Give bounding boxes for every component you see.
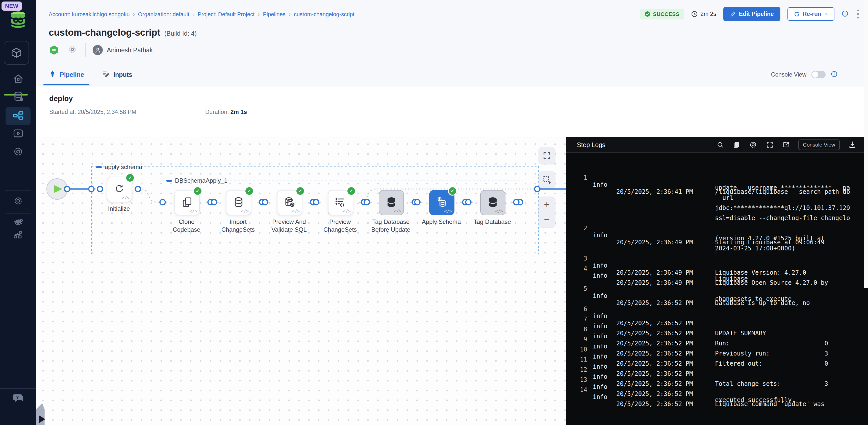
canvas-fullscreen-button[interactable] <box>538 147 555 164</box>
breadcrumb-item[interactable]: custom-changelog-script <box>294 11 354 18</box>
stage-summary: deploy Started at: 20/5/2025, 2:34:58 PM… <box>36 86 868 137</box>
log-line: 2 info 20/5/2025, 2:36:49 PMStarting Liq… <box>566 225 864 235</box>
collapse-group-icon[interactable] <box>166 180 172 182</box>
step-group-label: apply schema <box>96 164 142 171</box>
log-line: Liquibase <box>566 275 864 285</box>
tab-pipeline[interactable]: Pipeline <box>49 64 84 85</box>
account-settings-icon <box>13 196 23 207</box>
step-label: Tag DatabaseBefore Update <box>363 218 418 233</box>
log-line: update --username ************** --pa <box>566 184 864 194</box>
collapse-group-icon[interactable] <box>96 166 102 168</box>
stage-duration: Duration: 2m 1s <box>205 109 247 115</box>
sync-icon <box>114 183 125 196</box>
rerun-button[interactable]: Re-run <box>787 7 834 21</box>
log-console-view-button[interactable]: Console View <box>798 140 840 150</box>
pipeline-graph-canvas[interactable]: apply schema DBSchemaApply_1 </> ✓Initia… <box>36 137 566 425</box>
log-message: (version 4.27.0 #1525 built at <box>715 235 824 242</box>
edit-pipeline-button[interactable]: Edit Pipeline <box>723 7 780 21</box>
fullscreen-icon[interactable] <box>766 141 774 148</box>
zoom-in-button[interactable]: + <box>538 197 555 212</box>
log-message: ssl=disable --changelog-file changelo <box>715 215 850 222</box>
sidebar-item-home[interactable] <box>0 70 36 88</box>
external-link-icon[interactable] <box>782 141 790 148</box>
search-icon[interactable] <box>716 141 724 148</box>
code-icon: </> <box>444 209 452 214</box>
zoom-out-button[interactable]: − <box>538 212 555 227</box>
sidebar-item-project-settings[interactable] <box>0 143 36 161</box>
sidebar-item-executions[interactable] <box>0 125 36 143</box>
log-output[interactable]: 1 info 20/5/2025, 2:36:41 PM/liquibase/l… <box>566 153 864 425</box>
project-settings-icon <box>12 146 24 158</box>
console-view-label: Console View <box>771 71 806 78</box>
log-line-number: 14 <box>566 386 587 393</box>
pipeline-execution-page: { "sidebar": { "new_badge": "NEW", "logo… <box>0 0 868 425</box>
build-id: (Build Id: 4) <box>164 30 197 37</box>
code-icon: </> <box>343 209 351 214</box>
download-icon[interactable] <box>848 141 857 149</box>
sidebar-item-help-chat[interactable]: ? <box>0 390 36 407</box>
log-line: 14 info 20/5/2025, 2:36:52 PMLiquibase c… <box>566 386 864 396</box>
info-icon[interactable] <box>841 10 848 18</box>
breadcrumb-separator: › <box>133 11 134 18</box>
stage-started-at: Started at: 20/5/2025, 2:34:58 PM <box>49 109 136 115</box>
sidebar-item-infrastructure[interactable] <box>0 227 36 244</box>
console-view-info-icon[interactable] <box>831 70 838 79</box>
pipeline-step-tag-database-before-update[interactable]: </> <box>379 190 404 215</box>
breadcrumb-item[interactable]: Organization: default <box>138 11 189 18</box>
execution-duration: 2m 2s <box>691 10 716 18</box>
log-line-number: 1 <box>566 174 587 181</box>
log-message: update --username ************** --pa <box>715 184 850 191</box>
pipeline-step-tag-database[interactable]: </> <box>480 190 505 215</box>
log-message: executed successfully. <box>715 396 795 403</box>
executions-icon <box>12 128 24 140</box>
success-badge-icon: ✓ <box>296 187 305 196</box>
log-line-number: 13 <box>566 376 587 383</box>
sidebar-item-pipelines[interactable] <box>0 107 36 125</box>
console-view-toggle[interactable] <box>811 71 826 78</box>
step-logs-header: Step Logs Console View <box>566 137 868 153</box>
step-label: PreviewChangeSets <box>312 218 368 233</box>
log-message: changesets to execute <box>715 295 792 303</box>
breadcrumb-separator: › <box>258 11 259 18</box>
module-selector[interactable] <box>4 41 29 65</box>
log-line: 9 info 20/5/2025, 2:36:52 PMPreviously r… <box>566 336 864 346</box>
tabs-bar: Pipeline Inputs Console View <box>36 64 868 86</box>
code-icon: </> <box>189 209 197 214</box>
canvas-select-button[interactable] <box>538 171 555 188</box>
divider <box>85 43 86 57</box>
log-line: 1 info 20/5/2025, 2:36:41 PM/liquibase/l… <box>566 174 864 184</box>
pipeline-tab-icon <box>49 70 56 79</box>
log-line: 12 info 20/5/2025, 2:36:52 PMTotal chang… <box>566 366 864 376</box>
expand-arrow-icon[interactable] <box>39 416 45 423</box>
sidebar-item-account-settings[interactable] <box>0 193 36 210</box>
breadcrumb-item[interactable]: Pipelines <box>263 11 285 18</box>
log-line: 5 info 20/5/2025, 2:36:52 PMDatabase is … <box>566 285 864 295</box>
breadcrumb-item[interactable]: Project: Default Project <box>198 11 254 18</box>
list-code-icon <box>335 196 346 209</box>
refresh-icon <box>794 11 800 18</box>
clone-icon <box>181 196 193 209</box>
database-devops-logo[interactable] <box>7 9 29 31</box>
status-badge: SUCCESS <box>640 8 684 20</box>
copy-icon[interactable] <box>733 141 740 148</box>
success-badge-icon: ✓ <box>448 187 457 196</box>
svg-text:?: ? <box>16 395 19 399</box>
breadcrumb-item[interactable]: Account: kurosakiichigo.songoku <box>49 11 129 18</box>
log-line: 3 info 20/5/2025, 2:36:49 PMLiquibase Ve… <box>566 255 864 265</box>
tab-inputs[interactable]: Inputs <box>102 64 132 85</box>
log-line-number: 5 <box>566 285 587 292</box>
code-icon: </> <box>394 209 401 214</box>
log-line-number: 6 <box>566 306 587 313</box>
pipeline-settings-gear-icon[interactable] <box>68 45 77 55</box>
database-dark-icon <box>385 196 397 209</box>
log-line-number: 12 <box>566 366 587 373</box>
log-line: executed successfully. <box>566 396 864 406</box>
log-line-number: 2 <box>566 225 587 232</box>
log-scrollbar[interactable] <box>864 0 868 288</box>
kebab-menu[interactable] <box>856 8 861 20</box>
sidebar-item-database-settings[interactable] <box>0 88 36 106</box>
settings-icon[interactable] <box>749 141 757 149</box>
log-message: Liquibase <box>715 275 748 282</box>
clock-icon <box>691 10 698 18</box>
log-line: jdbc:**************ql://10.101.37.129 <box>566 204 864 215</box>
